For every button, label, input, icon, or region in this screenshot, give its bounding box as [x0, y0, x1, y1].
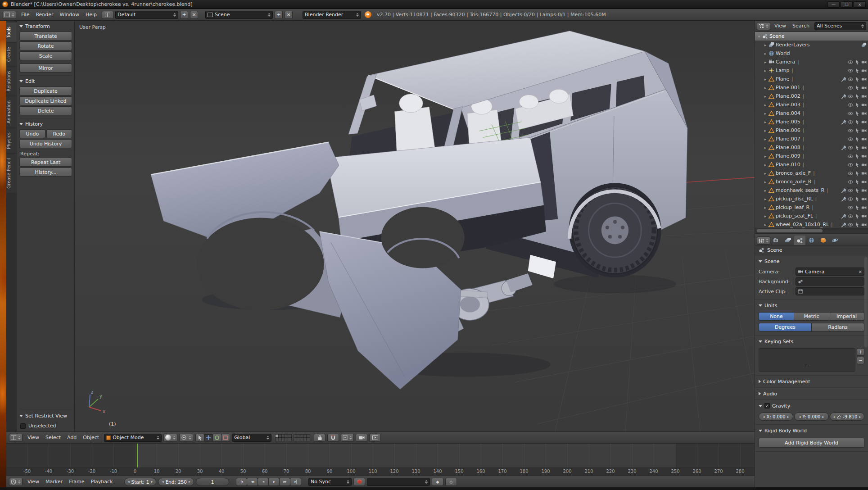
expander-icon[interactable]: ▸ [763, 137, 768, 141]
active-keying-set-field[interactable] [367, 478, 430, 486]
screen-layout-selector[interactable]: Default [115, 11, 178, 19]
visibility-eye-icon[interactable] [848, 188, 853, 193]
selectability-cursor-icon[interactable] [854, 213, 860, 219]
outliner-row-camera[interactable]: ▸Camera| [755, 58, 868, 66]
duplicate-button[interactable]: Duplicate [19, 86, 72, 95]
renderability-camera-icon[interactable] [861, 205, 867, 210]
outliner-row-bronco-axle-f[interactable]: ▸bronco_axle_F| [755, 169, 868, 177]
redo-button[interactable]: Redo [46, 129, 72, 138]
units-imperial-button[interactable]: Imperial [829, 312, 864, 321]
shelf-tab-create[interactable]: Create [6, 43, 17, 66]
layout-pane-icon-button[interactable] [102, 11, 113, 19]
opengl-render-button[interactable] [356, 434, 367, 442]
layer-toggle[interactable] [307, 438, 310, 441]
properties-scrollbar[interactable] [864, 257, 868, 347]
outliner-row-plane-002[interactable]: ▸Plane.002| [755, 92, 868, 100]
visibility-eye-icon[interactable] [848, 213, 853, 219]
renderability-camera-icon[interactable] [861, 94, 867, 99]
layer-toggle[interactable] [285, 435, 288, 438]
clear-camera-icon[interactable]: × [859, 269, 862, 274]
shelf-tab-physics[interactable]: Physics [6, 128, 17, 153]
visibility-eye-icon[interactable] [848, 179, 853, 185]
selectability-cursor-icon[interactable] [854, 119, 860, 125]
view3d-menu-select[interactable]: Select [42, 435, 64, 440]
rotation-degrees-button[interactable]: Degrees [759, 323, 812, 331]
delete-keyframe-button[interactable]: ◇ [445, 478, 457, 486]
scene-panel-header[interactable]: Scene [759, 257, 864, 266]
renderability-camera-icon[interactable] [861, 102, 867, 108]
expander-icon[interactable]: ▸ [763, 197, 768, 201]
renderability-camera-icon[interactable] [861, 154, 867, 159]
visibility-eye-icon[interactable] [848, 222, 853, 227]
visibility-eye-icon[interactable] [848, 136, 853, 142]
visibility-eye-icon[interactable] [848, 111, 853, 116]
color-management-panel-header[interactable]: Color Management [759, 377, 864, 386]
selectability-cursor-icon[interactable] [854, 128, 860, 133]
timeline-ruler[interactable]: -50-40-30-20-100102030405060708090100110… [6, 443, 755, 476]
keying-sets-panel-header[interactable]: Keying Sets [759, 337, 864, 346]
scale-button[interactable]: Scale [19, 51, 72, 60]
close-layout-button[interactable]: × [190, 11, 198, 19]
layer-toggle[interactable] [288, 438, 291, 441]
add-layout-button[interactable]: + [180, 11, 188, 19]
timeline-menu-playback[interactable]: Playback [87, 479, 116, 485]
renderlayer-icon[interactable] [861, 42, 867, 48]
insert-keyframe-button[interactable]: ◆ [432, 478, 443, 486]
outliner-row-plane-003[interactable]: ▸Plane.003| [755, 100, 868, 109]
expander-icon[interactable]: ▸ [763, 214, 768, 218]
maximize-button[interactable]: ❐ [841, 1, 853, 8]
outliner-row-moonhawk-seats-r[interactable]: ▸moonhawk_seats_R| [755, 186, 868, 195]
outliner-row-world[interactable]: ▸World [755, 49, 868, 58]
expander-icon[interactable]: ▸ [763, 60, 768, 64]
renderability-camera-icon[interactable] [861, 196, 867, 202]
expander-icon[interactable]: ▸ [763, 77, 768, 82]
expander-icon[interactable]: ▸ [763, 51, 768, 56]
snap-toggle-button[interactable] [327, 434, 339, 442]
axis-gizmo[interactable]: z y x [79, 388, 108, 419]
close-scene-button[interactable]: × [285, 11, 293, 19]
expander-icon[interactable]: ▸ [763, 222, 768, 227]
layer-toggle[interactable] [279, 438, 282, 441]
opengl-render-anim-button[interactable] [369, 434, 381, 442]
info-menu-window[interactable]: Window [57, 12, 82, 18]
transform-orientation-selector[interactable]: Global [232, 434, 271, 442]
shelf-tab-tools[interactable]: Tools [6, 23, 17, 42]
editor-type-selector[interactable] [9, 434, 23, 442]
rigid-body-world-panel-header[interactable]: Rigid Body World [759, 426, 864, 435]
visibility-eye-icon[interactable] [848, 196, 853, 202]
expander-icon[interactable]: ▸ [763, 128, 768, 133]
history-panel-header[interactable]: History [19, 119, 72, 128]
previous-keyframe-button[interactable] [247, 478, 258, 486]
gravity-y-field[interactable]: ◂Y: 0.000▸ [794, 413, 829, 421]
mirror-button[interactable]: Mirror [19, 64, 72, 73]
add-scene-button[interactable]: + [275, 11, 283, 19]
camera-field[interactable]: Camera × [796, 268, 864, 276]
units-none-button[interactable]: None [759, 312, 794, 321]
current-frame-field[interactable]: 1 [196, 478, 229, 486]
renderability-camera-icon[interactable] [861, 188, 867, 193]
object-tab[interactable] [818, 236, 829, 245]
selectability-cursor-icon[interactable] [854, 85, 860, 91]
selectability-cursor-icon[interactable] [854, 68, 860, 73]
edit-panel-header[interactable]: Edit [19, 77, 72, 86]
layer-toggle[interactable] [303, 438, 307, 441]
layer-toggle[interactable] [297, 438, 300, 441]
selectability-cursor-icon[interactable] [854, 196, 860, 202]
minimize-button[interactable]: — [827, 1, 840, 8]
gravity-z-field[interactable]: ◂Z: -9.810▸ [830, 413, 864, 421]
scene-tab[interactable] [794, 236, 805, 245]
outliner-row-wheel-02a-18x10-rl[interactable]: ▸wheel_02a_18x10_RL| [755, 220, 868, 228]
decrement-arrow-icon[interactable]: ◂ [128, 480, 130, 484]
shelf-tab-animation[interactable]: Animation [6, 96, 17, 127]
renderability-camera-icon[interactable] [861, 111, 867, 116]
expander-icon[interactable]: ▸ [763, 103, 768, 107]
outliner-row-renderlayers[interactable]: ▸RenderLayers [755, 41, 868, 49]
editor-type-selector[interactable] [757, 236, 770, 245]
visibility-eye-icon[interactable] [848, 128, 853, 133]
timeline-menu-view[interactable]: View [24, 479, 42, 485]
selectability-cursor-icon[interactable] [854, 77, 860, 82]
operator-panel-header[interactable]: Set Restrict View [19, 411, 72, 420]
renderability-camera-icon[interactable] [861, 179, 867, 185]
expander-icon[interactable]: ▸ [763, 171, 768, 176]
renderability-camera-icon[interactable] [861, 119, 867, 125]
